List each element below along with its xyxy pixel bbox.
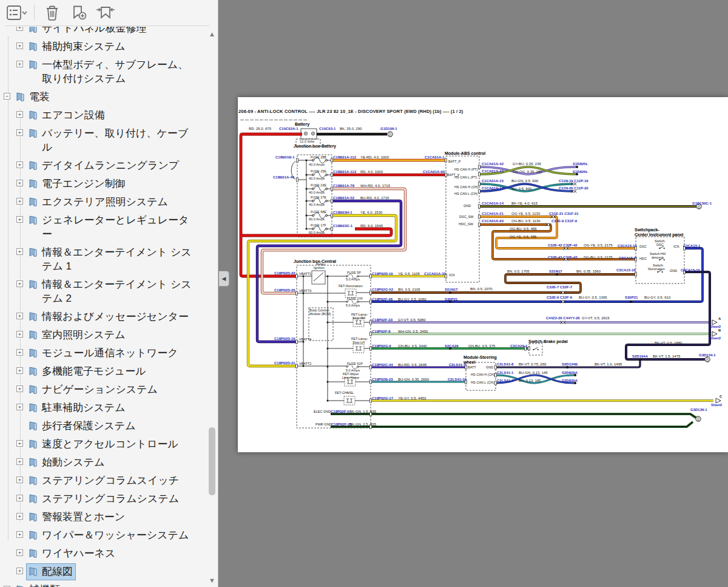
expand-toggle[interactable]: + xyxy=(16,180,23,186)
diagram-label: C2LS41-8 xyxy=(497,362,513,366)
toolbar-divider xyxy=(34,5,35,21)
document-page: 206-09 - ANTI-LOCK CONTROL ---- JLR 23 8… xyxy=(238,97,728,452)
diagram-label: C18B01A-46 xyxy=(273,175,294,179)
bookmark-item[interactable]: + 情報およびメッセージセンター xyxy=(0,307,207,325)
bookmark-item[interactable]: + モジュール通信ネットワーク xyxy=(0,344,207,362)
diagram-label: FUSE 25E xyxy=(311,170,326,174)
expand-toggle[interactable]: + xyxy=(16,280,23,287)
diagram-label: FUSE 5P xyxy=(347,271,361,275)
bookmark-item[interactable]: − 電装 xyxy=(0,87,207,106)
expand-toggle[interactable]: + xyxy=(16,531,23,538)
component-title: wheel xyxy=(463,360,475,364)
bookmark-item[interactable]: + 多機能電子モジュール xyxy=(0,362,207,380)
diagram-label: OG-BU, 0.5, 1130 xyxy=(511,219,541,223)
new-bookmark-button[interactable] xyxy=(69,4,89,22)
bookmark-item[interactable]: + エクステリア照明システム xyxy=(0,192,207,211)
bookmark-label: 一体型ボディ、サブフレーム、取り付けシステム xyxy=(42,58,198,86)
bookmark-item[interactable]: + ステアリングコラムシステム xyxy=(0,489,207,507)
expand-toggle[interactable]: + xyxy=(16,385,23,392)
diagram-label: G1D130C-1 xyxy=(692,202,712,205)
expand-toggle[interactable]: + xyxy=(16,161,23,168)
scroll-up-arrow[interactable]: ▲ xyxy=(208,30,216,38)
collapse-panel-handle[interactable]: ◀ xyxy=(219,271,229,287)
bookmark-icon xyxy=(28,128,38,138)
bookmark-item[interactable]: + デイタイムランニングランプ xyxy=(0,156,207,174)
bookmark-icon xyxy=(28,330,38,340)
bookmark-item[interactable]: + 歩行者保護システム xyxy=(0,416,207,435)
expand-toggle[interactable]: + xyxy=(16,549,23,556)
bookmark-item[interactable]: + ワイパー＆ワッシャーシステム xyxy=(0,526,207,544)
diagram-label: C3CA15-10 xyxy=(681,268,700,272)
scroll-down-arrow[interactable]: ▼ xyxy=(208,577,216,585)
expand-toggle[interactable]: + xyxy=(16,477,23,483)
bookmark-item[interactable]: + ステアリングコラムスイッチ xyxy=(0,471,207,489)
diagram-label: VBATT2 xyxy=(299,362,311,366)
bookmark-item[interactable]: + 警報装置とホーン xyxy=(0,507,207,526)
diagram-label: C32E-7 C32F-7 xyxy=(547,285,572,289)
bookmark-item[interactable]: + 室内照明システム xyxy=(0,325,207,344)
bookmark-item[interactable]: + ワイヤハーネス xyxy=(0,544,207,562)
diagram-label: BU-GY, 0.5, 1365 xyxy=(579,296,607,299)
component-title: Module-Steering xyxy=(463,355,497,359)
bookmark-item[interactable]: + 電子エンジン制御 xyxy=(0,174,207,192)
bookmark-item[interactable]: + 速度とアクセルコントロール xyxy=(0,435,207,453)
bookmark-item[interactable]: + ジェネレーターとレギュレーター xyxy=(0,211,207,243)
diagram-label: DSC xyxy=(639,245,647,249)
diagram-label: BU, 0.13, 185 xyxy=(519,379,541,382)
expand-toggle[interactable]: + xyxy=(16,513,23,520)
expand-toggle[interactable]: + xyxy=(16,248,23,255)
bookmark-item[interactable]: + バッテリー、取り付け、ケーブル xyxy=(0,124,207,156)
bookmark-item[interactable]: + 補助拘束システム xyxy=(0,37,207,55)
component-title: Center Instrument panel xyxy=(635,232,684,237)
expand-toggle[interactable]: + xyxy=(16,27,23,31)
diagram-label: ELEC GND xyxy=(314,410,331,414)
sidebar-scrollbar[interactable]: ▲ ▼ xyxy=(207,27,217,587)
expand-toggle[interactable]: + xyxy=(16,61,23,67)
diagram-label: C1CA01A-43 xyxy=(482,169,504,173)
bookmark-item[interactable]: + 配線図 xyxy=(0,562,207,580)
expand-toggle[interactable]: + xyxy=(16,129,23,136)
expand-toggle[interactable]: + xyxy=(16,42,23,49)
bookmark-item[interactable]: + ナビゲーションシステム xyxy=(0,380,207,398)
bookmark-icon xyxy=(28,59,38,70)
diagram-label: 60.0 Amps xyxy=(309,231,325,235)
expand-toggle[interactable]: + xyxy=(16,216,23,223)
delete-bookmark-button[interactable] xyxy=(42,4,62,22)
bookmark-item[interactable]: + エアコン設備 xyxy=(0,106,207,124)
bookmark-item[interactable]: + 駐車補助システム xyxy=(0,398,207,416)
diagram-label: C3CA15-14 xyxy=(618,244,637,248)
go-to-bookmark-button[interactable] xyxy=(95,4,116,22)
bookmark-item[interactable]: + 始動システム xyxy=(0,453,207,471)
bookmark-options-button[interactable] xyxy=(6,4,27,22)
bookmarks-toolbar xyxy=(0,0,218,25)
diagram-label: C18P02G-6 xyxy=(372,344,391,348)
expand-toggle[interactable]: + xyxy=(16,568,23,574)
bookmark-label: 歩行者保護システム xyxy=(42,419,136,433)
bookmark-item[interactable]: + 情報＆エンターテイメント システム 1 xyxy=(0,243,207,275)
diagram-label: S2D830A xyxy=(562,379,578,382)
expand-toggle[interactable]: − xyxy=(4,93,10,100)
bookmark-item[interactable]: + 情報＆エンターテイメント システム 2 xyxy=(0,275,207,307)
expand-toggle[interactable]: + xyxy=(16,458,23,465)
bookmark-item[interactable]: + 一体型ボディ、サブフレーム、取り付けシステム xyxy=(0,55,207,87)
expand-toggle[interactable]: + xyxy=(16,313,23,319)
diagram-label: OG-YE, 0.5, 1130 xyxy=(511,212,540,215)
bookmark-item[interactable]: + サイドパネル板金修理 xyxy=(0,27,207,37)
expand-toggle[interactable]: + xyxy=(16,367,23,374)
bookmark-icon xyxy=(28,215,38,225)
diagram-label: C2LS41-1 xyxy=(497,371,513,375)
expand-toggle[interactable]: + xyxy=(16,198,23,205)
diagram-label: BU-GY, 0.5, 1060 xyxy=(398,297,426,301)
diagram-label: C1CA01A-1 xyxy=(425,155,445,159)
diagram-label: PWR GND xyxy=(315,423,332,427)
expand-toggle[interactable]: + xyxy=(16,440,23,447)
expand-toggle[interactable]: + xyxy=(16,495,23,501)
bookmark-item[interactable]: − 補機類 xyxy=(0,580,207,587)
scrollbar-thumb[interactable] xyxy=(209,427,215,495)
expand-toggle[interactable]: + xyxy=(16,404,23,410)
expand-toggle[interactable]: + xyxy=(16,331,23,338)
expand-toggle[interactable]: + xyxy=(16,111,23,118)
diagram-label: BK-GN, 1.5, 935 xyxy=(349,410,376,413)
expand-toggle[interactable]: + xyxy=(16,349,23,356)
diagram-label: C18P02D-10 xyxy=(372,272,393,276)
